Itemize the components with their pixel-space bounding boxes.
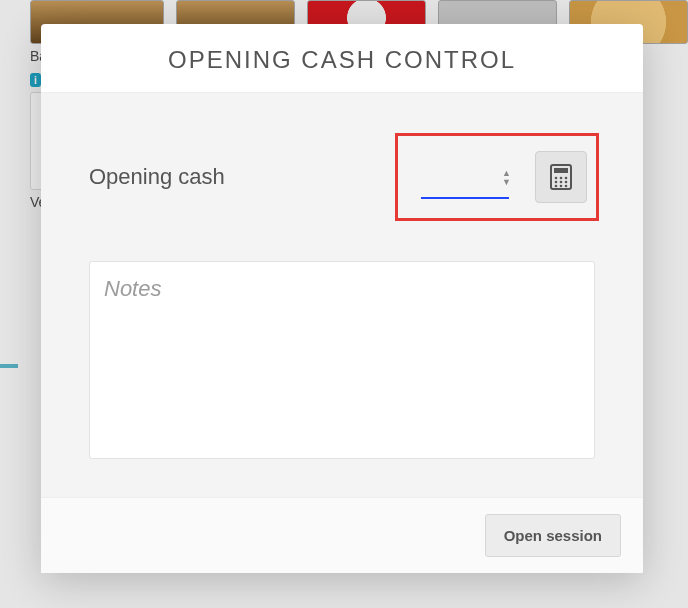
modal-header: OPENING CASH CONTROL: [41, 24, 643, 93]
opening-cash-row: Opening cash ▲ ▼: [89, 143, 595, 211]
svg-point-2: [555, 177, 558, 180]
number-stepper[interactable]: ▲ ▼: [502, 169, 511, 186]
opening-cash-label: Opening cash: [89, 164, 225, 190]
svg-point-6: [560, 181, 563, 184]
svg-rect-1: [554, 168, 568, 173]
notes-wrap: [89, 261, 595, 463]
svg-point-8: [555, 185, 558, 188]
svg-point-4: [565, 177, 568, 180]
open-session-button[interactable]: Open session: [485, 514, 621, 557]
svg-point-9: [560, 185, 563, 188]
opening-cash-controls: ▲ ▼: [399, 143, 595, 211]
svg-point-10: [565, 185, 568, 188]
amount-field-wrap: ▲ ▼: [411, 155, 519, 199]
modal-footer: Open session: [41, 497, 643, 573]
chevron-up-icon: ▲: [502, 169, 511, 177]
svg-point-5: [555, 181, 558, 184]
notes-textarea[interactable]: [89, 261, 595, 459]
calculator-button[interactable]: [535, 151, 587, 203]
modal-body: Opening cash ▲ ▼: [41, 93, 643, 497]
svg-point-3: [560, 177, 563, 180]
calculator-icon: [550, 164, 572, 190]
chevron-down-icon: ▼: [502, 178, 511, 186]
input-underline: [421, 197, 509, 199]
opening-cash-modal: OPENING CASH CONTROL Opening cash ▲ ▼: [41, 24, 643, 573]
svg-point-7: [565, 181, 568, 184]
modal-title: OPENING CASH CONTROL: [51, 46, 633, 74]
